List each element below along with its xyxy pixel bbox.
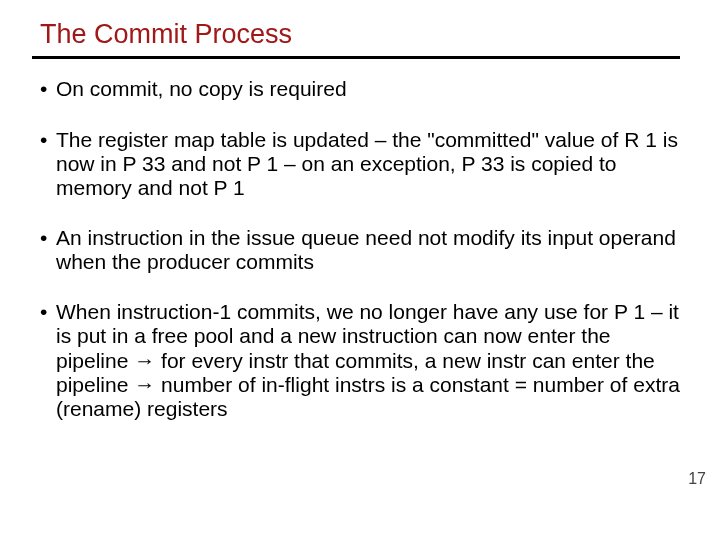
bullet-marker: •: [40, 128, 56, 200]
bullet-item: • When instruction-1 commits, we no long…: [40, 300, 680, 421]
page-number: 17: [688, 470, 706, 488]
bullet-item: • An instruction in the issue queue need…: [40, 226, 680, 274]
bullet-text: The register map table is updated – the …: [56, 128, 680, 200]
title-divider: [32, 56, 680, 59]
bullet-marker: •: [40, 300, 56, 421]
bullet-item: • On commit, no copy is required: [40, 77, 680, 101]
slide-title: The Commit Process: [40, 18, 680, 50]
bullet-marker: •: [40, 77, 56, 101]
slide: The Commit Process • On commit, no copy …: [0, 0, 720, 540]
bullet-text: On commit, no copy is required: [56, 77, 680, 101]
bullet-text: An instruction in the issue queue need n…: [56, 226, 680, 274]
slide-content: • On commit, no copy is required • The r…: [40, 77, 680, 421]
bullet-text: When instruction-1 commits, we no longer…: [56, 300, 680, 421]
bullet-item: • The register map table is updated – th…: [40, 128, 680, 200]
bullet-marker: •: [40, 226, 56, 274]
